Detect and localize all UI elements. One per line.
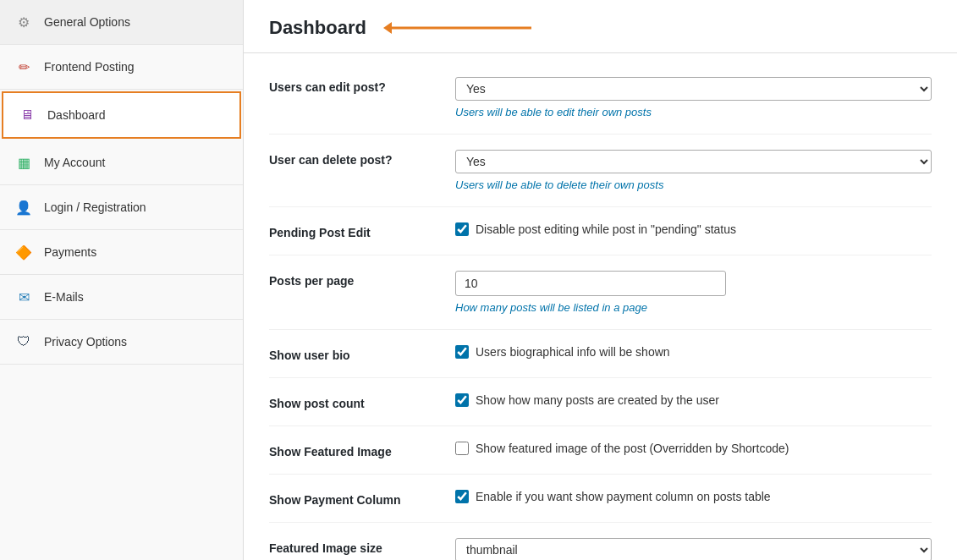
checkbox-label-pending-post-edit: Disable post editing while post in "pend… [476, 222, 736, 236]
frontend-posting-icon: ✏ [14, 57, 34, 77]
login-registration-icon: 👤 [14, 197, 34, 217]
sidebar-label-emails: E-Mails [44, 290, 84, 304]
settings-label-pending-post-edit: Pending Post Edit [269, 222, 455, 239]
sidebar-item-my-account[interactable]: ▦My Account [0, 140, 243, 185]
checkbox-row-show-post-count: Show how many posts are created by the u… [455, 393, 932, 407]
general-options-icon: ⚙ [14, 12, 34, 32]
hint-user-can-delete-post: Users will be able to delete their own p… [455, 178, 932, 191]
settings-control-show-featured-image: Show featured image of the post (Overrid… [455, 442, 932, 455]
checkbox-show-post-count[interactable] [455, 393, 469, 407]
select-users-can-edit-post[interactable]: YesNo [455, 77, 932, 101]
settings-control-pending-post-edit: Disable post editing while post in "pend… [455, 222, 932, 236]
settings-label-show-post-count: Show post count [269, 393, 455, 410]
sidebar-label-privacy-options: Privacy Options [44, 335, 127, 349]
settings-row-show-payment-column: Show Payment ColumnEnable if you want sh… [269, 475, 932, 523]
sidebar-item-privacy-options[interactable]: 🛡Privacy Options [0, 320, 243, 365]
my-account-icon: ▦ [14, 152, 34, 173]
arrow-svg [383, 15, 553, 41]
checkbox-show-featured-image[interactable] [455, 442, 469, 455]
settings-label-show-featured-image: Show Featured Image [269, 442, 455, 458]
sidebar-label-general-options: General Options [44, 15, 130, 29]
sidebar-label-frontend-posting: Frontend Posting [44, 60, 135, 74]
select-user-can-delete-post[interactable]: YesNo [455, 150, 932, 173]
settings-label-user-can-delete-post: User can delete post? [269, 150, 455, 167]
payments-icon: 🔶 [14, 242, 34, 262]
checkbox-row-show-user-bio: Users biographical info will be shown [455, 345, 932, 359]
checkbox-pending-post-edit[interactable] [455, 222, 469, 236]
main-content: Dashboard Users can edit post?YesNoUsers… [244, 0, 957, 560]
sidebar-item-emails[interactable]: ✉E-Mails [0, 275, 243, 320]
settings-label-show-payment-column: Show Payment Column [269, 490, 455, 507]
settings-row-pending-post-edit: Pending Post EditDisable post editing wh… [269, 207, 932, 255]
checkbox-row-pending-post-edit: Disable post editing while post in "pend… [455, 222, 932, 236]
checkbox-label-show-payment-column: Enable if you want show payment column o… [476, 490, 771, 503]
sidebar-item-dashboard[interactable]: 🖥Dashboard [2, 91, 241, 139]
hint-posts-per-page: How many posts will be listed in a page [455, 301, 932, 314]
settings-row-user-can-delete-post: User can delete post?YesNoUsers will be … [269, 135, 932, 207]
settings-row-users-can-edit-post: Users can edit post?YesNoUsers will be a… [269, 62, 932, 135]
svg-marker-1 [383, 22, 392, 34]
settings-control-show-payment-column: Enable if you want show payment column o… [455, 490, 932, 503]
settings-row-show-user-bio: Show user bioUsers biographical info wil… [269, 330, 932, 378]
dashboard-icon: 🖥 [17, 105, 37, 125]
settings-control-featured-image-size: thumbnailmediumlargefull [455, 538, 932, 560]
settings-row-featured-image-size: Featured Image sizethumbnailmediumlargef… [269, 523, 932, 560]
arrow-indicator [383, 15, 553, 41]
sidebar-label-my-account: My Account [44, 156, 105, 169]
checkbox-show-payment-column[interactable] [455, 490, 469, 503]
hint-users-can-edit-post: Users will be able to edit their own pos… [455, 106, 932, 118]
emails-icon: ✉ [14, 287, 34, 307]
settings-label-users-can-edit-post: Users can edit post? [269, 77, 455, 94]
settings-control-posts-per-page: How many posts will be listed in a page [455, 271, 932, 314]
page-header: Dashboard [244, 0, 957, 53]
checkbox-label-show-featured-image: Show featured image of the post (Overrid… [476, 442, 789, 455]
page-title: Dashboard [269, 17, 366, 39]
settings-label-featured-image-size: Featured Image size [269, 538, 455, 555]
checkbox-show-user-bio[interactable] [455, 345, 469, 359]
sidebar-item-payments[interactable]: 🔶Payments [0, 230, 243, 275]
settings-control-users-can-edit-post: YesNoUsers will be able to edit their ow… [455, 77, 932, 118]
checkbox-row-show-featured-image: Show featured image of the post (Overrid… [455, 442, 932, 455]
input-posts-per-page[interactable] [455, 271, 726, 296]
sidebar-label-dashboard: Dashboard [47, 108, 106, 122]
privacy-options-icon: 🛡 [14, 332, 34, 352]
settings-control-show-post-count: Show how many posts are created by the u… [455, 393, 932, 407]
sidebar-item-login-registration[interactable]: 👤Login / Registration [0, 185, 243, 230]
settings-row-show-featured-image: Show Featured ImageShow featured image o… [269, 426, 932, 475]
settings-body: Users can edit post?YesNoUsers will be a… [244, 53, 957, 560]
select-featured-image-size[interactable]: thumbnailmediumlargefull [455, 538, 932, 560]
sidebar-label-payments: Payments [44, 245, 96, 259]
settings-row-posts-per-page: Posts per pageHow many posts will be lis… [269, 255, 932, 330]
settings-row-show-post-count: Show post countShow how many posts are c… [269, 378, 932, 426]
checkbox-label-show-post-count: Show how many posts are created by the u… [476, 393, 719, 407]
sidebar-item-frontend-posting[interactable]: ✏Frontend Posting [0, 45, 243, 90]
settings-control-show-user-bio: Users biographical info will be shown [455, 345, 932, 359]
settings-control-user-can-delete-post: YesNoUsers will be able to delete their … [455, 150, 932, 191]
checkbox-label-show-user-bio: Users biographical info will be shown [476, 345, 670, 359]
sidebar: ⚙General Options✏Frontend Posting🖥Dashbo… [0, 0, 244, 560]
checkbox-row-show-payment-column: Enable if you want show payment column o… [455, 490, 932, 503]
sidebar-item-general-options[interactable]: ⚙General Options [0, 0, 243, 45]
settings-label-show-user-bio: Show user bio [269, 345, 455, 362]
settings-label-posts-per-page: Posts per page [269, 271, 455, 288]
sidebar-label-login-registration: Login / Registration [44, 200, 146, 214]
